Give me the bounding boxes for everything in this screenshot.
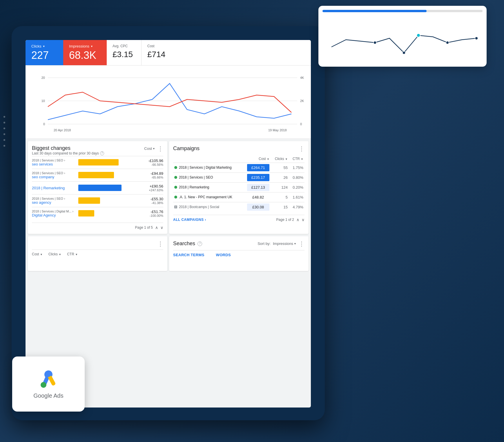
ctr-column-header[interactable]: CTR ▼ bbox=[289, 155, 304, 163]
google-ads-card: Google Ads bbox=[12, 356, 85, 412]
svg-text:0: 0 bbox=[43, 122, 45, 126]
clicks-column-header[interactable]: Clicks ▼ bbox=[271, 155, 289, 163]
svg-text:10: 10 bbox=[41, 99, 45, 103]
status-dot-green bbox=[174, 186, 177, 189]
google-ads-label: Google Ads bbox=[33, 392, 63, 399]
avg-cpc-label: Avg. CPC bbox=[113, 44, 135, 48]
changes-row: 2018 | Remarketing +£90.56 +247.63% bbox=[32, 181, 163, 194]
campaign-link[interactable]: 2018 | Remarketing bbox=[32, 186, 65, 190]
status-dot-green bbox=[174, 176, 177, 179]
campaigns-table: Cost ▼ Clicks ▼ CTR ▼ bbox=[173, 155, 304, 212]
next-page-button[interactable]: ∨ bbox=[160, 225, 163, 230]
lower-row: ⋮ Cost ▼ Clicks ▼ CTR ▼ Searches ? bbox=[26, 236, 311, 273]
changes-page-text: Page 1 of 5 bbox=[135, 225, 153, 230]
campaigns-title: Campaigns bbox=[173, 145, 200, 152]
status-pause-icon: ⏸ bbox=[174, 205, 177, 208]
campaign-link[interactable]: Digital Agency bbox=[32, 213, 56, 217]
svg-point-13 bbox=[403, 51, 405, 54]
impressions-value: 68.3K bbox=[69, 50, 101, 61]
prev-page-button[interactable]: ∧ bbox=[155, 225, 158, 230]
campaign-link-seo-agency[interactable]: seo agency bbox=[32, 200, 51, 205]
svg-text:2K: 2K bbox=[300, 99, 304, 103]
campaign-row: ⏸ 2018 | Bootcamps | Social £30.08 15 4 bbox=[173, 202, 304, 212]
searches-title: Searches bbox=[173, 241, 195, 247]
campaigns-more-options[interactable]: ⋮ bbox=[299, 145, 304, 152]
cost-label: Cost bbox=[147, 44, 171, 48]
clicks-label: Clicks ▼ bbox=[31, 44, 57, 48]
svg-text:0: 0 bbox=[300, 122, 302, 126]
bottom-panels: Biggest changes Last 30 days compared to… bbox=[26, 139, 311, 236]
campaign-link[interactable]: seo company bbox=[32, 175, 54, 179]
searches-info-icon: ? bbox=[197, 241, 202, 246]
info-icon: ? bbox=[100, 151, 104, 155]
changes-row: 2018 | Services | SEO › seo services -£1… bbox=[32, 156, 163, 169]
svg-point-17 bbox=[41, 382, 46, 388]
cost-metric: Cost £714 bbox=[142, 40, 176, 65]
svg-point-12 bbox=[374, 41, 376, 44]
impressions-sort-button[interactable]: Impressions ▼ bbox=[273, 241, 296, 246]
changes-row: 2018 | Services | SEO › seo agency -£55.… bbox=[32, 194, 163, 207]
impressions-dropdown-icon[interactable]: ▼ bbox=[90, 45, 93, 48]
main-chart: 20 10 0 4K 2K 0 20 Apr 2018 bbox=[30, 69, 306, 133]
status-dot-green bbox=[174, 166, 177, 169]
changes-row: 2018 | Services | SEO › seo company -£94… bbox=[32, 169, 163, 181]
clicks-metric[interactable]: Clicks ▼ 227 bbox=[26, 40, 63, 65]
impressions-metric[interactable]: Impressions ▼ 68.3K bbox=[63, 40, 107, 65]
clicks-dropdown-icon[interactable]: ▼ bbox=[43, 45, 45, 48]
campaign-row: .A. 1. New - PPC management UK £48.82 5 … bbox=[173, 192, 304, 202]
svg-text:4K: 4K bbox=[300, 76, 304, 79]
biggest-changes-subtitle: Last 30 days compared to the prior 30 da… bbox=[32, 151, 104, 155]
cost-value: £714 bbox=[147, 50, 171, 59]
campaigns-next-button[interactable]: ∨ bbox=[302, 217, 304, 222]
searches-panel: Searches ? Sort by: Impressions ▼ ⋮ bbox=[169, 236, 309, 271]
campaign-row: 2018 | Services | SEO £235.17 26 0.80% bbox=[173, 172, 304, 182]
top-right-card bbox=[318, 6, 487, 67]
avg-cpc-value: £3.15 bbox=[113, 50, 135, 59]
clicks-col-header[interactable]: Clicks ▼ bbox=[48, 252, 61, 256]
dashboard-area: Clicks ▼ 227 Impressions ▼ 68.3K Avg. CP… bbox=[26, 40, 311, 408]
ctr-col-header[interactable]: CTR ▼ bbox=[67, 252, 78, 256]
svg-text:20 Apr 2018: 20 Apr 2018 bbox=[54, 128, 71, 132]
impressions-label: Impressions ▼ bbox=[69, 44, 101, 48]
biggest-changes-panel: Biggest changes Last 30 days compared to… bbox=[28, 141, 167, 234]
campaign-link[interactable]: seo services bbox=[32, 162, 53, 166]
avg-cpc-metric: Avg. CPC £3.15 bbox=[107, 40, 142, 65]
svg-point-14 bbox=[446, 41, 449, 44]
dot-grid bbox=[3, 116, 5, 147]
svg-point-11 bbox=[417, 34, 420, 37]
chart-area: 20 10 0 4K 2K 0 20 Apr 2018 bbox=[26, 66, 311, 139]
status-dot-green bbox=[174, 196, 177, 199]
more-options-icon[interactable]: ⋮ bbox=[157, 145, 163, 152]
svg-text:19 May 2018: 19 May 2018 bbox=[268, 128, 287, 132]
progress-fill bbox=[322, 10, 427, 12]
searches-more-options[interactable]: ⋮ bbox=[299, 240, 304, 247]
svg-point-15 bbox=[475, 37, 478, 40]
clicks-value: 227 bbox=[31, 50, 57, 61]
mini-chart bbox=[322, 15, 483, 60]
changes-pagination: Page 1 of 5 ∧ ∨ bbox=[32, 223, 163, 230]
search-terms-link[interactable]: SEARCH TERMS bbox=[173, 253, 204, 257]
changes-row: 2018 | Services | Digital M... › Digital… bbox=[32, 207, 163, 220]
sort-by-label: Sort by: bbox=[258, 241, 271, 246]
left-panel-more-options[interactable]: ⋮ bbox=[157, 240, 163, 247]
campaigns-page-text: Page 1 of 2 bbox=[276, 218, 294, 222]
sort-dropdown-icon: ▼ bbox=[153, 147, 155, 150]
svg-text:20: 20 bbox=[41, 76, 45, 79]
left-lower-panel: ⋮ Cost ▼ Clicks ▼ CTR ▼ bbox=[28, 236, 167, 271]
biggest-changes-title: Biggest changes bbox=[32, 145, 104, 151]
campaigns-prev-button[interactable]: ∧ bbox=[296, 217, 299, 222]
metrics-bar: Clicks ▼ 227 Impressions ▼ 68.3K Avg. CP… bbox=[26, 40, 311, 66]
campaigns-panel: Campaigns ⋮ Cost ▼ Clicks ▼ bbox=[169, 141, 309, 234]
progress-bar-area bbox=[322, 10, 483, 12]
cost-col-header[interactable]: Cost ▼ bbox=[32, 252, 43, 256]
all-campaigns-link[interactable]: ALL CAMPAIGNS › bbox=[173, 218, 206, 222]
campaign-row: 2018 | Services | Digital Marketing £264… bbox=[173, 163, 304, 172]
cost-column-header[interactable]: Cost ▼ bbox=[246, 155, 271, 163]
google-ads-logo bbox=[38, 369, 59, 390]
campaign-row: 2018 | Remarketing £127.13 124 0.20% bbox=[173, 182, 304, 192]
changes-sort-button[interactable]: Cost ▼ bbox=[144, 146, 155, 151]
words-link[interactable]: WORDS bbox=[216, 253, 231, 257]
